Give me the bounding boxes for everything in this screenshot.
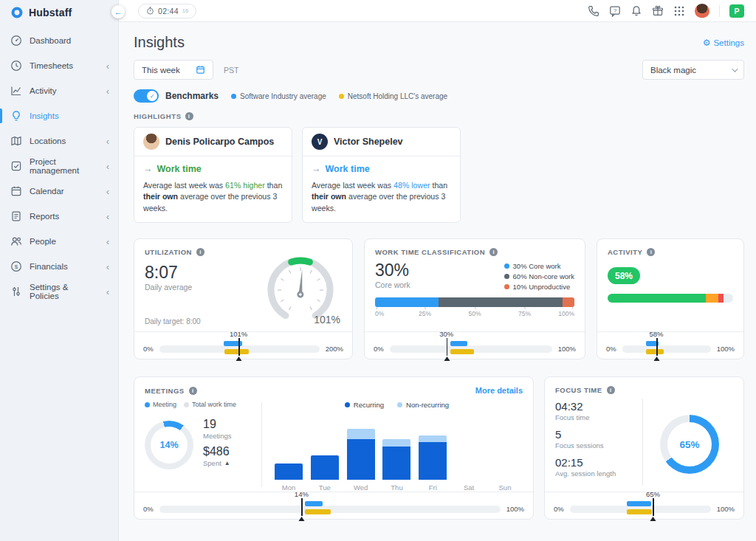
sidebar-item-locations[interactable]: Locations ‹ xyxy=(0,128,118,154)
sidebar-item-timesheets[interactable]: Timesheets ‹ xyxy=(0,53,118,78)
hubstaff-app: Hubstaff Dashboard Timesheets ‹ Activity… xyxy=(0,0,756,541)
info-icon[interactable] xyxy=(607,386,615,394)
meetings-donut: 14% xyxy=(145,421,193,469)
topbar-icons: ? P xyxy=(588,4,744,18)
benchmark-marker xyxy=(238,338,240,356)
sidebar-item-project-management[interactable]: Project management ‹ xyxy=(0,154,118,179)
hubstaff-logo[interactable]: Hubstaff xyxy=(0,0,118,24)
benchmarks-label: Benchmarks xyxy=(165,91,219,101)
avg-session-value: 02:15 xyxy=(555,456,642,469)
highlight-text: Average last week was 61% higher than th… xyxy=(143,180,283,214)
benchmark-marker xyxy=(656,338,658,356)
daily-average-label: Daily average xyxy=(145,283,259,292)
benchmark-marker xyxy=(653,498,654,516)
vertical-divider xyxy=(261,402,262,487)
insights-settings-link[interactable]: ⚙ Settings xyxy=(703,38,744,48)
legend-industry-average: Software Industry average xyxy=(231,92,326,100)
benchmark-track: 65% xyxy=(570,506,711,513)
company-benchmark-bar xyxy=(627,509,652,514)
help-icon[interactable]: ? xyxy=(609,5,621,17)
sidebar: Hubstaff Dashboard Timesheets ‹ Activity… xyxy=(0,0,119,541)
work-time-link[interactable]: → Work time xyxy=(143,164,283,174)
meetings-legend: Meeting Total work time xyxy=(145,401,254,408)
company-benchmark-bar xyxy=(305,509,331,514)
classification-axis: 0% 25% 50% 75% 100% xyxy=(375,310,574,320)
info-icon[interactable] xyxy=(189,387,197,395)
activity-high-segment xyxy=(608,294,706,303)
benchmark-strip: 0% 58% 100% xyxy=(597,331,743,359)
industry-benchmark-bar xyxy=(627,501,650,506)
meetings-chart: Recurring Non-recurring MonTueWedThuFriS… xyxy=(271,401,523,492)
sidebar-collapse-button[interactable]: ← xyxy=(111,5,125,18)
chevron-left-icon: ‹ xyxy=(106,137,109,146)
user-avatar[interactable] xyxy=(695,4,709,18)
sidebar-item-financials[interactable]: $ Financials ‹ xyxy=(0,254,118,279)
date-range-select[interactable]: This week xyxy=(134,60,213,80)
recurring-bar xyxy=(347,439,375,480)
benchmark-value: 58% xyxy=(649,330,663,338)
stopwatch-icon xyxy=(146,7,154,15)
meeting-bar-column: Tue xyxy=(309,422,341,492)
topbar: 02:44 16 ? P xyxy=(119,0,756,22)
yellow-dot-icon xyxy=(339,94,344,99)
hubstaff-logo-icon xyxy=(10,6,24,19)
more-details-link[interactable]: More details xyxy=(475,386,523,395)
recurring-bar xyxy=(419,442,447,480)
sidebar-item-label: Dashboard xyxy=(30,36,71,45)
meetings-card: MEETINGS More details Meeting Total work… xyxy=(134,376,534,520)
sidebar-item-calendar[interactable]: Calendar ‹ xyxy=(0,179,118,204)
sidebar-item-people[interactable]: People ‹ xyxy=(0,229,118,254)
meetings-count: 19 xyxy=(203,418,232,431)
non-recurring-bar xyxy=(419,435,447,442)
map-icon xyxy=(10,135,22,147)
non-recurring-bar xyxy=(347,429,375,440)
meeting-dot-icon xyxy=(145,402,150,407)
sidebar-item-label: Calendar xyxy=(30,187,64,196)
info-icon[interactable] xyxy=(647,248,655,256)
check-square-icon xyxy=(10,160,22,172)
vertical-divider xyxy=(642,399,643,486)
warning-icon[interactable]: ▲ xyxy=(224,460,230,466)
member-name: Victor Shepelev xyxy=(334,137,403,147)
meetings-spent-label: Spent xyxy=(203,459,221,467)
meeting-bar-column: Mon xyxy=(272,422,305,492)
avg-session-label: Avg. session length xyxy=(555,469,642,478)
sidebar-item-dashboard[interactable]: Dashboard xyxy=(0,28,118,53)
gift-icon[interactable] xyxy=(652,5,664,17)
info-icon[interactable] xyxy=(185,112,193,120)
day-label: Sat xyxy=(453,483,485,492)
gauge-value: 101% xyxy=(314,314,340,325)
non-core-dot-icon xyxy=(504,274,509,279)
core-work-segment xyxy=(375,297,439,307)
benchmark-track: 101% xyxy=(159,345,320,353)
sidebar-item-insights[interactable]: Insights xyxy=(0,103,118,128)
phone-icon[interactable] xyxy=(588,5,599,17)
core-work-value: 30% xyxy=(375,261,410,280)
info-icon[interactable] xyxy=(196,248,205,256)
day-label: Fri xyxy=(416,483,449,492)
blue-dot-icon xyxy=(231,94,236,99)
activity-value-badge: 58% xyxy=(608,267,640,284)
sidebar-item-activity[interactable]: Activity ‹ xyxy=(0,78,118,103)
benchmark-value: 65% xyxy=(646,490,660,498)
highlight-text: Average last week was 48% lower than the… xyxy=(312,180,451,214)
work-time-link[interactable]: → Work time xyxy=(312,164,451,174)
benchmarks-toggle[interactable]: ✓ xyxy=(134,89,159,103)
dollar-icon: $ xyxy=(10,261,22,272)
info-icon[interactable] xyxy=(489,248,498,256)
timer-widget[interactable]: 02:44 16 xyxy=(138,4,196,18)
non-core-segment xyxy=(439,297,562,307)
sidebar-item-label: Project management xyxy=(30,157,99,175)
sidebar-item-reports[interactable]: Reports ‹ xyxy=(0,204,118,229)
app-grid-icon[interactable] xyxy=(673,5,685,17)
workspace-badge[interactable]: P xyxy=(729,4,744,18)
meetings-stats: 19 Meetings $486 Spent▲ xyxy=(203,418,232,472)
chevron-left-icon: ‹ xyxy=(106,287,109,297)
chevron-left-icon: ‹ xyxy=(106,187,109,196)
card-title: MEETINGS xyxy=(145,387,185,395)
member-name: Denis Policarpo Campos xyxy=(165,137,274,147)
sidebar-item-label: Insights xyxy=(30,111,59,120)
sidebar-item-settings-policies[interactable]: Settings & Policies ‹ xyxy=(0,279,118,304)
scope-select[interactable]: Black magic xyxy=(642,60,744,80)
bell-icon[interactable] xyxy=(630,5,642,17)
